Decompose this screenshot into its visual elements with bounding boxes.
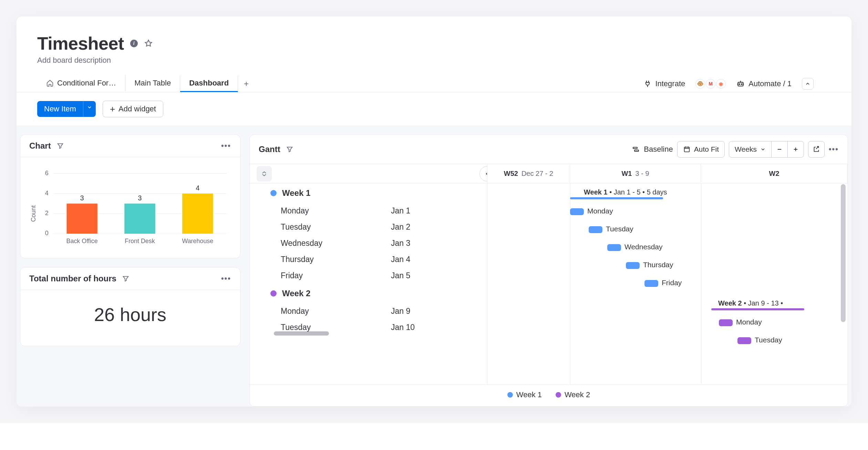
integration-apps[interactable]: 🐵 M ◉	[695, 79, 726, 89]
new-item-dropdown[interactable]	[83, 101, 96, 117]
group-color-dot	[270, 290, 277, 297]
gantt-task-row[interactable]: ThursdayJan 4	[250, 251, 487, 268]
gantt-bar[interactable]	[737, 337, 751, 344]
task-name: Wednesday	[281, 239, 384, 248]
widget-more-icon[interactable]: •••	[221, 274, 231, 283]
svg-text:Back Office: Back Office	[66, 238, 98, 244]
minus-icon	[776, 146, 783, 152]
zoom-out-button[interactable]	[772, 141, 788, 157]
group-bar[interactable]	[570, 197, 663, 199]
hubspot-icon: ◉	[716, 79, 726, 89]
vertical-scroll-indicator[interactable]	[841, 184, 846, 322]
svg-text:4: 4	[196, 184, 199, 192]
total-hours-title[interactable]: Total number of hours	[29, 274, 116, 283]
gantt-bar-label: Thursday	[643, 261, 673, 269]
task-name: Tuesday	[281, 323, 384, 332]
baseline-button[interactable]: Baseline	[632, 145, 673, 154]
gantt-bar[interactable]	[570, 208, 584, 215]
widget-more-icon[interactable]: •••	[221, 141, 231, 150]
svg-point-1	[739, 83, 740, 84]
bar-warehouse	[182, 193, 213, 233]
export-button[interactable]	[808, 141, 825, 158]
gantt-group-week1[interactable]: Week 1	[250, 183, 487, 203]
chart-title[interactable]: Chart	[29, 141, 51, 151]
total-hours-value: 26 hours	[20, 290, 240, 346]
group-bar[interactable]	[711, 308, 804, 310]
gantt-bar-label: Tuesday	[755, 336, 782, 344]
chart-widget: Chart ••• Count	[20, 134, 240, 258]
favorite-star-icon[interactable]	[144, 39, 153, 48]
collapse-header-button[interactable]	[802, 78, 814, 90]
gantt-widget: Gantt Baseline	[249, 134, 848, 407]
chevron-down-icon	[87, 104, 92, 110]
integrate-label: Integrate	[655, 79, 685, 88]
tab-dashboard[interactable]: Dashboard	[180, 75, 238, 92]
svg-point-2	[741, 83, 742, 84]
svg-text:6: 6	[45, 170, 49, 177]
autofit-button[interactable]: Auto Fit	[678, 141, 724, 157]
widget-more-icon[interactable]: •••	[829, 145, 839, 154]
horizontal-scroll-indicator[interactable]	[274, 331, 329, 336]
board-description[interactable]: Add board description	[37, 56, 831, 65]
integrate-button[interactable]: Integrate	[643, 79, 685, 88]
gantt-bar[interactable]	[719, 319, 733, 326]
svg-text:4: 4	[45, 190, 49, 197]
gantt-task-row[interactable]: WednesdayJan 3	[250, 235, 487, 251]
zoom-in-button[interactable]	[788, 141, 804, 157]
collapse-icon	[261, 170, 268, 177]
board-title[interactable]: Timesheet	[37, 33, 124, 54]
view-tabs: Conditional For… Main Table Dashboard +	[37, 75, 252, 92]
bar-front-desk	[124, 203, 155, 233]
tab-main-table[interactable]: Main Table	[125, 75, 180, 92]
task-date: Jan 3	[391, 239, 410, 248]
svg-text:2: 2	[45, 210, 49, 217]
task-name: Monday	[281, 307, 384, 316]
new-item-label: New Item	[44, 104, 76, 113]
tab-conditional-formatting[interactable]: Conditional For…	[37, 75, 125, 92]
scale-label: Weeks	[735, 145, 757, 153]
plus-icon	[793, 146, 799, 152]
add-widget-button[interactable]: + Add widget	[103, 101, 163, 117]
svg-rect-18	[633, 147, 637, 149]
svg-rect-19	[634, 150, 639, 151]
gantt-task-row[interactable]: FridayJan 5	[250, 268, 487, 284]
gantt-bar[interactable]	[626, 262, 640, 269]
gantt-bar-label: Tuesday	[606, 225, 633, 233]
filter-icon[interactable]	[286, 146, 293, 153]
task-date: Jan 4	[391, 255, 410, 264]
mailchimp-icon: 🐵	[695, 79, 705, 89]
gantt-bar[interactable]	[607, 244, 621, 251]
add-widget-label: Add widget	[118, 104, 156, 113]
legend-item[interactable]: Week 1	[507, 390, 542, 399]
svg-text:3: 3	[80, 194, 84, 202]
svg-text:Front Desk: Front Desk	[125, 238, 155, 244]
legend-item[interactable]: Week 2	[556, 390, 590, 399]
new-item-button[interactable]: New Item	[37, 101, 83, 117]
export-icon	[813, 146, 820, 153]
collapse-all-button[interactable]	[257, 166, 272, 181]
automate-label: Automate / 1	[748, 79, 792, 88]
task-date: Jan 2	[391, 222, 410, 232]
gantt-bar[interactable]	[589, 226, 602, 233]
gantt-task-row[interactable]: MondayJan 1	[250, 203, 487, 219]
gantt-task-row[interactable]: TuesdayJan 2	[250, 219, 487, 235]
filter-icon[interactable]	[56, 142, 64, 150]
gmail-icon: M	[706, 79, 715, 89]
automate-button[interactable]: Automate / 1	[736, 79, 792, 88]
scale-select[interactable]: Weeks	[729, 141, 772, 157]
gantt-title[interactable]: Gantt	[259, 144, 280, 154]
baseline-label: Baseline	[644, 145, 673, 154]
filter-icon[interactable]	[122, 275, 130, 282]
task-name: Friday	[281, 271, 384, 280]
bar-back-office	[66, 203, 97, 233]
bar-chart: Count 6 4 2 0	[30, 163, 230, 248]
task-date: Jan 10	[391, 323, 415, 332]
gantt-bar[interactable]	[644, 280, 658, 287]
info-icon[interactable]: i	[130, 40, 138, 47]
add-view-button[interactable]: +	[240, 78, 252, 90]
gantt-task-row[interactable]: MondayJan 9	[250, 303, 487, 319]
group-name: Week 2	[282, 289, 310, 298]
gantt-group-week2[interactable]: Week 2	[250, 284, 487, 303]
task-name: Thursday	[281, 255, 384, 264]
svg-text:0: 0	[45, 230, 49, 237]
